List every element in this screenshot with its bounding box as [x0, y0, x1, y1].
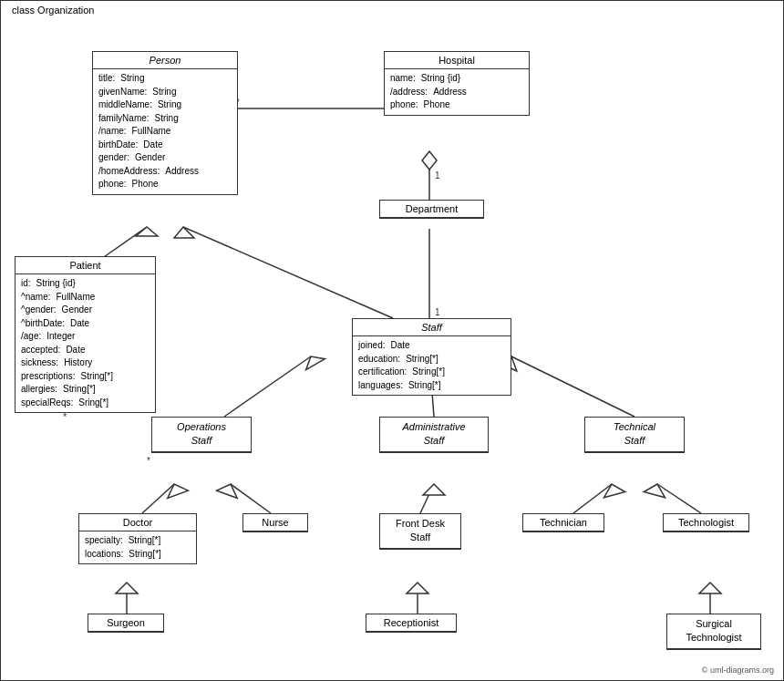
- person-class: Person title:String givenName:String mid…: [92, 51, 238, 195]
- svg-marker-23: [644, 481, 667, 498]
- surgeon-header: Surgeon: [88, 614, 163, 632]
- svg-marker-19: [423, 484, 445, 495]
- svg-marker-9: [302, 351, 325, 370]
- administrative-staff-class: AdministrativeStaff: [379, 417, 489, 453]
- svg-text:*: *: [147, 456, 150, 466]
- svg-text:1: 1: [435, 170, 440, 181]
- nurse-class: Nurse: [242, 513, 308, 532]
- svg-marker-25: [116, 583, 138, 593]
- person-header: Person: [93, 52, 237, 69]
- doctor-class: Doctor specialty:String[*] locations:Str…: [78, 513, 197, 564]
- svg-line-14: [142, 484, 174, 513]
- technologist-header: Technologist: [664, 514, 748, 531]
- svg-line-12: [511, 356, 634, 417]
- staff-class: Staff joined:Date education:String[*] ce…: [352, 318, 511, 396]
- receptionist-header: Receptionist: [366, 614, 456, 632]
- technician-header: Technician: [523, 514, 603, 531]
- svg-marker-29: [699, 583, 721, 593]
- svg-marker-21: [601, 481, 624, 498]
- nurse-header: Nurse: [243, 514, 307, 531]
- operations-staff-header: OperationsStaff: [152, 418, 251, 452]
- svg-text:1: 1: [435, 307, 440, 317]
- hospital-header: Hospital: [385, 52, 529, 69]
- svg-line-20: [573, 484, 612, 513]
- administrative-staff-header: AdministrativeStaff: [380, 418, 488, 452]
- svg-marker-3: [174, 227, 194, 238]
- svg-marker-15: [164, 480, 189, 498]
- copyright: © uml-diagrams.org: [702, 666, 774, 675]
- front-desk-staff-header: Front DeskStaff: [380, 514, 460, 549]
- doctor-body: specialty:String[*] locations:String[*]: [79, 531, 196, 563]
- svg-line-16: [231, 484, 271, 513]
- receptionist-class: Receptionist: [366, 614, 457, 633]
- technical-staff-class: TechnicalStaff: [584, 417, 685, 453]
- diagram-container: class Organization: [0, 0, 784, 681]
- hospital-body: name:String {id} /address:Address phone:…: [385, 69, 529, 115]
- surgical-technologist-class: SurgicalTechnologist: [666, 614, 761, 650]
- surgeon-class: Surgeon: [88, 614, 164, 633]
- svg-marker-1: [136, 227, 158, 236]
- technician-class: Technician: [522, 513, 604, 532]
- person-body: title:String givenName:String middleName…: [93, 69, 237, 194]
- diagram-title: class Organization: [8, 5, 98, 15]
- operations-staff-class: OperationsStaff: [151, 417, 252, 453]
- hospital-class: Hospital name:String {id} /address:Addre…: [384, 51, 530, 116]
- staff-body: joined:Date education:String[*] certific…: [353, 336, 511, 395]
- patient-header: Patient: [15, 257, 155, 274]
- svg-marker-27: [407, 583, 428, 593]
- svg-marker-17: [217, 480, 242, 498]
- department-header: Department: [380, 201, 483, 218]
- svg-marker-5: [422, 151, 437, 170]
- front-desk-staff-class: Front DeskStaff: [379, 513, 461, 550]
- doctor-header: Doctor: [79, 514, 196, 531]
- svg-line-2: [183, 227, 393, 318]
- staff-header: Staff: [353, 319, 511, 336]
- svg-line-18: [420, 484, 434, 513]
- department-class: Department: [379, 200, 484, 219]
- patient-class: Patient id:String {id} ^name:FullName ^g…: [15, 256, 156, 413]
- svg-line-8: [224, 356, 311, 417]
- surgical-technologist-header: SurgicalTechnologist: [667, 614, 760, 649]
- svg-line-22: [657, 484, 701, 513]
- technologist-class: Technologist: [663, 513, 749, 532]
- technical-staff-header: TechnicalStaff: [585, 418, 684, 452]
- patient-body: id:String {id} ^name:FullName ^gender:Ge…: [15, 274, 155, 412]
